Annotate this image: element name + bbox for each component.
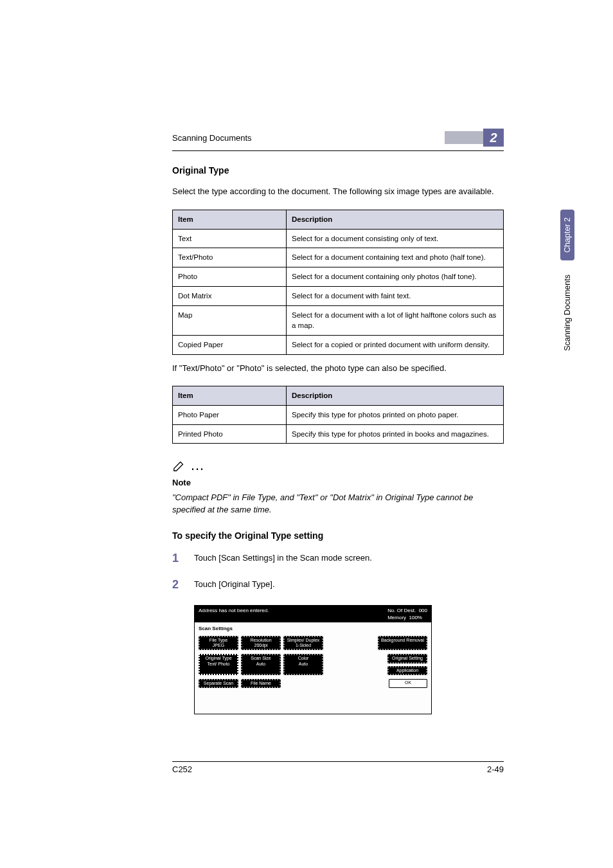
sp-application: Application [387,666,427,675]
sp-background-removal: Background Removal [378,636,427,650]
step-text: Touch [Scan Settings] in the Scan mode s… [194,552,372,565]
chapter-number: 2 [483,129,504,147]
badge-bar [445,131,483,144]
sp-top-right: No. Of Dest. 000 Memory 100% [387,607,427,621]
table1-item: Copied Paper [173,335,287,354]
note-block: … Note "Compact PDF" in File Type, and "… [172,455,504,516]
table1-head-item: Item [173,210,287,230]
table-row: Photo PaperSpecify this type for photos … [173,406,504,425]
step-number: 2 [172,579,194,590]
table1-desc: Select for a document containing text an… [287,248,504,267]
side-tabs: Chapter 2 Scanning Documents [560,210,574,359]
table-row: PhotoSelect for a document containing on… [173,267,504,287]
sp-file-type: File TypeJPEG [199,636,238,650]
list-item: 1Touch [Scan Settings] in the Scan mode … [172,552,504,565]
table1-desc: Select for a document with faint text. [287,286,504,305]
table2-item: Printed Photo [173,424,287,444]
list-item: 2Touch [Original Type]. [172,579,504,591]
footer-right: 2-49 [487,764,504,774]
table1-item: Map [173,305,287,335]
table1-head-desc: Description [287,210,504,230]
sp-top-left: Address has not been entered. [199,607,269,621]
table1-item: Text/Photo [173,248,287,267]
pencil-icon [172,458,186,473]
between-tables-text: If "Text/Photo" or "Photo" is selected, … [172,363,504,375]
table-row: Copied PaperSelect for a copied or print… [173,335,504,354]
sp-ok-button: OK [389,679,427,688]
header-rule [172,150,504,151]
table2-head-desc: Description [287,386,504,406]
table-row: Text/PhotoSelect for a document containi… [173,248,504,267]
sp-original-setting: Original Setting [387,654,427,663]
sp-title: Scan Settings [199,625,427,633]
table1-desc: Select for a document consisting only of… [287,229,504,248]
table-row: MapSelect for a document with a lot of l… [173,305,504,335]
table-row: Dot MatrixSelect for a document with fai… [173,286,504,305]
table1-item: Text [173,229,287,248]
original-type-table: Item Description TextSelect for a docume… [172,210,504,354]
sp-separate-scan: Separate Scan [199,679,238,688]
table2-desc: Specify this type for photos printed on … [287,406,504,425]
sp-mem-label: Memory [387,615,406,620]
side-tab-chapter: Chapter 2 [560,210,574,260]
procedure-steps: 1Touch [Scan Settings] in the Scan mode … [172,552,504,591]
note-dots: … [190,455,203,476]
photo-type-table: Item Description Photo PaperSpecify this… [172,386,504,444]
sp-dest-value: 000 [419,608,427,613]
step-text: Touch [Original Type]. [194,579,275,591]
table1-item: Dot Matrix [173,286,287,305]
sp-file-name: File Name [241,679,281,688]
sp-scan-size: Scan SizeAuto [241,654,281,674]
footer-left: C252 [172,764,192,774]
sp-resolution: Resolution200dpi [241,636,281,650]
table2-item: Photo Paper [173,406,287,425]
procedure-heading: To specify the Original Type setting [172,529,504,542]
table-row: Printed PhotoSpecify this type for photo… [173,424,504,444]
table1-desc: Select for a copied or printed document … [287,335,504,354]
sp-dest-label: No. Of Dest. [387,608,416,613]
sp-original-type: Original TypeText/ Photo [199,654,238,674]
sp-mem-value: 100% [409,615,422,620]
table-row: TextSelect for a document consisting onl… [173,229,504,248]
panel-screenshot: Address has not been entered. No. Of Des… [194,605,432,714]
table2-desc: Specify this type for photos printed in … [287,424,504,444]
table1-item: Photo [173,267,287,287]
section-title: Original Type [172,164,504,177]
page-footer: C252 2-49 [172,761,504,774]
step-number: 1 [172,552,194,564]
section-intro: Select the type according to the documen… [172,186,504,198]
note-icon: … [172,455,203,476]
table1-desc: Select for a document containing only ph… [287,267,504,287]
table1-desc: Select for a document with a lot of ligh… [287,305,504,335]
side-tab-section: Scanning Documents [560,267,574,359]
note-text: "Compact PDF" in File Type, and "Text" o… [172,492,504,516]
sp-simplex-duplex: Simplex/ Duplex1-Sided [283,636,323,650]
note-label: Note [172,477,504,489]
running-header-left: Scanning Documents [172,133,252,143]
chapter-badge: 2 [445,129,504,147]
table2-head-item: Item [173,386,287,406]
sp-color: ColorAuto [283,654,323,674]
